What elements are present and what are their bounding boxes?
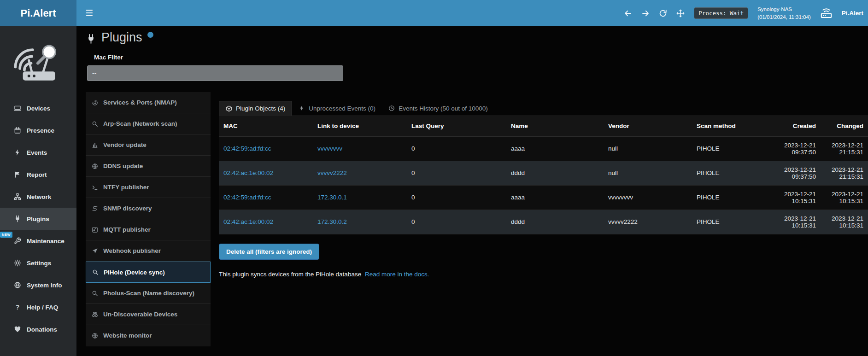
plug-icon [86, 34, 96, 44]
plugin-nav-label: Vendor update [103, 141, 147, 148]
question-icon: ? [14, 303, 21, 311]
plugin-nav-item-webhook[interactable]: Webhook publisher [86, 240, 211, 262]
globe-icon [92, 163, 98, 169]
mac-link[interactable]: 02:42:ac:1e:00:02 [223, 218, 273, 225]
vendor-cell: vvvvv2222 [604, 210, 692, 234]
plugin-nav-item-vendor-update[interactable]: Vendor update [86, 134, 211, 156]
sidebar-item-settings[interactable]: Settings [0, 252, 76, 274]
device-link-cell: 172.30.0.1 [313, 185, 407, 210]
globe-icon [92, 333, 98, 339]
forward-arrow-icon[interactable] [641, 9, 650, 18]
sidebar-item-devices[interactable]: Devices [0, 97, 76, 119]
col-header-vendor: Vendor [604, 116, 692, 136]
heart-icon [14, 326, 21, 333]
refresh-icon[interactable] [659, 9, 667, 18]
mac-link[interactable]: 02:42:59:ad:fd:cc [223, 145, 271, 152]
created-cell: 2023-12-21 09:37:50 [774, 136, 821, 161]
device-link[interactable]: vvvvvvvv [317, 145, 342, 152]
sidebar-item-presence[interactable]: Presence [0, 119, 76, 141]
changed-cell: 2023-12-21 10:15:31 [821, 185, 868, 210]
plugin-nav-item-website-monitor[interactable]: Website monitor [86, 325, 211, 346]
brand-logo[interactable]: Pi.Alert [0, 0, 76, 26]
sidebar-item-label: Maintenance [27, 238, 65, 245]
app-name-label: Pi.Alert [842, 10, 863, 17]
help-badge-icon[interactable] [147, 32, 153, 38]
navbar: ☰ Process: Wait Synology-NAS (01/01/2024 [76, 0, 868, 26]
sidebar-item-label: Events [27, 149, 47, 156]
plugin-nav-item-arpscan[interactable]: Arp-Scan (Network scan) [86, 113, 211, 134]
col-header-created: Created [774, 116, 821, 136]
plugin-nav-item-snmp[interactable]: SNMP discovery [86, 198, 211, 219]
top-bar: Pi.Alert ☰ Process: Wait Synology-NAS [0, 0, 868, 26]
sidebar-item-donations[interactable]: Donations [0, 318, 76, 340]
sidebar-item-label: Settings [27, 260, 51, 267]
laptop-icon [14, 105, 21, 112]
plugin-nav-item-ddns[interactable]: DDNS update [86, 156, 211, 177]
tab-label: Events History (50 out of 10000) [399, 105, 488, 112]
tab-unprocessed-events[interactable]: Unprocessed Events (0) [292, 101, 382, 116]
sidebar-item-report[interactable]: Report [0, 163, 76, 186]
device-link-cell: vvvvv2222 [313, 161, 407, 185]
device-link[interactable]: 172.30.0.1 [317, 194, 347, 201]
plugin-nav-item-nmap[interactable]: Services & Ports (NMAP) [86, 92, 211, 113]
table-row: 02:42:ac:1e:00:02 172.30.0.2 0 dddd vvvv… [219, 210, 868, 234]
table-row: 02:42:59:ad:fd:cc vvvvvvvv 0 aaaa null P… [219, 136, 868, 161]
changed-cell: 2023-12-21 21:15:31 [821, 136, 868, 161]
plugin-objects-table: MAC Link to device Last Query Name Vendo… [219, 116, 868, 234]
plugin-panel: Plugin Objects (4) Unprocessed Events (0… [219, 101, 868, 278]
mac-link[interactable]: 02:42:59:ad:fd:cc [223, 194, 271, 201]
sidebar-item-maintenance[interactable]: NEW Maintenance [0, 230, 76, 252]
mac-link[interactable]: 02:42:ac:1e:00:02 [223, 169, 273, 176]
plugin-description-text: This plugin syncs devices from the PiHol… [219, 271, 361, 278]
gear-icon [14, 259, 21, 267]
col-header-mac: MAC [219, 116, 313, 136]
device-link[interactable]: vvvvv2222 [317, 169, 347, 176]
sidebar: Devices Presence Events Report Network P… [0, 26, 76, 356]
process-status-badge: Process: Wait [694, 7, 748, 19]
sidebar-item-help-faq[interactable]: ? Help / FAQ [0, 296, 76, 318]
col-header-last-query: Last Query [407, 116, 506, 136]
sidebar-item-label: Report [27, 171, 47, 178]
device-link-cell: vvvvvvvv [313, 136, 407, 161]
plugin-nav-label: Un-Discoverable Devices [103, 311, 177, 318]
tab-label: Unprocessed Events (0) [309, 105, 375, 112]
device-link[interactable]: 172.30.0.2 [317, 218, 347, 225]
plugin-description: This plugin syncs devices from the PiHol… [219, 271, 868, 278]
sidebar-item-system-info[interactable]: System info [0, 274, 76, 296]
search-icon [92, 269, 99, 275]
clock-icon [388, 105, 395, 111]
scan-method-cell: PIHOLE [692, 136, 774, 161]
sidebar-item-label: System info [27, 282, 62, 289]
plugin-nav-label: MQTT publisher [103, 226, 151, 233]
mac-cell: 02:42:ac:1e:00:02 [219, 210, 313, 234]
plugin-nav-item-pholus[interactable]: Pholus-Scan (Name discovery) [86, 283, 211, 304]
sidebar-menu: Devices Presence Events Report Network P… [0, 97, 76, 340]
docs-link[interactable]: Read more in the docs. [365, 271, 429, 278]
sidebar-item-network[interactable]: Network [0, 186, 76, 208]
move-icon[interactable] [676, 9, 685, 18]
changed-cell: 2023-12-21 21:15:31 [821, 161, 868, 185]
mac-filter-input[interactable] [87, 65, 343, 81]
sidebar-item-label: Help / FAQ [27, 304, 58, 311]
tab-events-history[interactable]: Events History (50 out of 10000) [382, 101, 494, 116]
tab-plugin-objects[interactable]: Plugin Objects (4) [219, 101, 292, 116]
last-query-cell: 0 [407, 136, 506, 161]
plugin-nav-item-pihole[interactable]: PiHole (Device sync) [86, 262, 211, 283]
sidebar-item-events[interactable]: Events [0, 141, 76, 163]
col-header-changed: Changed [821, 116, 868, 136]
plugin-nav-item-mqtt[interactable]: MQTT publisher [86, 219, 211, 240]
sidebar-toggle-icon[interactable]: ☰ [76, 0, 102, 26]
bar-chart-icon [92, 142, 98, 148]
back-arrow-icon[interactable] [624, 9, 632, 18]
sidebar-item-plugins[interactable]: Plugins [0, 208, 76, 230]
nas-info: Synology-NAS (01/01/2024, 11:31:04) [757, 6, 811, 20]
plugin-nav-item-ntfy[interactable]: NTFY publisher [86, 177, 211, 198]
route-icon [92, 205, 98, 212]
nas-device-icon [820, 7, 833, 19]
mac-cell: 02:42:59:ad:fd:cc [219, 185, 313, 210]
plugin-nav-item-undiscoverable[interactable]: Un-Discoverable Devices [86, 304, 211, 325]
delete-all-button[interactable]: Delete all (filters are ignored) [219, 244, 319, 260]
terminal-icon [92, 184, 98, 191]
created-cell: 2023-12-21 09:37:50 [774, 161, 821, 185]
search-icon [92, 121, 98, 127]
